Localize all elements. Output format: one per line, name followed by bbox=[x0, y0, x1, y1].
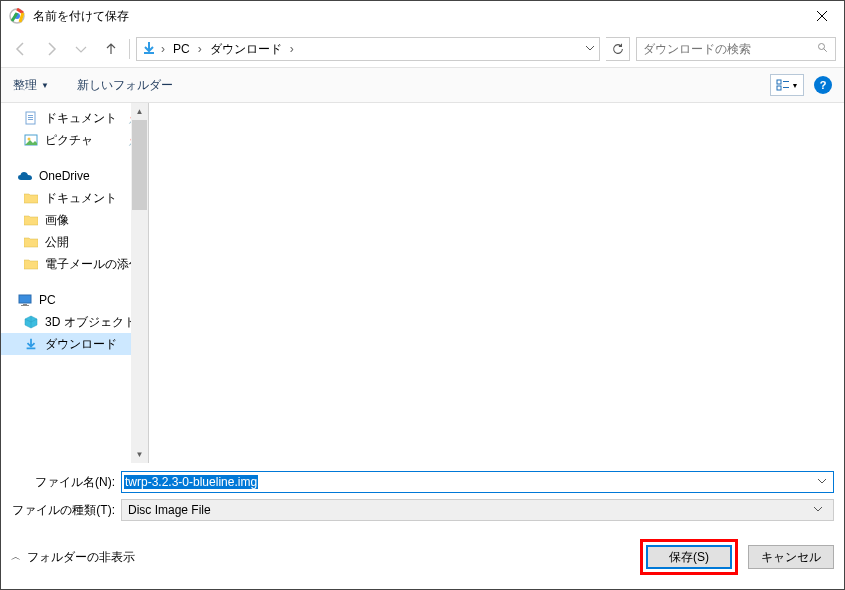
pc-icon bbox=[17, 292, 33, 308]
document-icon bbox=[23, 110, 39, 126]
back-button[interactable] bbox=[9, 37, 33, 61]
filename-dropdown[interactable] bbox=[813, 475, 831, 489]
crumb-pc[interactable]: PC bbox=[169, 42, 194, 56]
tree-label: ダウンロード bbox=[45, 336, 117, 353]
help-button[interactable]: ? bbox=[814, 76, 832, 94]
svg-point-3 bbox=[819, 43, 825, 49]
tree-label: ドキュメント bbox=[45, 190, 117, 207]
nav-bar: › PC › ダウンロード › bbox=[1, 31, 844, 67]
svg-rect-17 bbox=[27, 348, 36, 350]
search-icon bbox=[817, 42, 829, 57]
tree-label: ピクチャ bbox=[45, 132, 93, 149]
svg-rect-9 bbox=[28, 115, 33, 116]
new-folder-button[interactable]: 新しいフォルダー bbox=[77, 77, 173, 94]
tree-item-od-images[interactable]: 画像 bbox=[1, 209, 148, 231]
recent-button[interactable] bbox=[69, 37, 93, 61]
window-title: 名前を付けて保存 bbox=[33, 8, 799, 25]
svg-rect-2 bbox=[144, 52, 154, 54]
tree-label: OneDrive bbox=[39, 169, 90, 183]
body-area: ▲ ▼ ドキュメント 📌 ピクチャ 📌 OneDrive ドキュメント bbox=[1, 103, 844, 463]
filename-field[interactable]: twrp-3.2.3-0-blueline.img bbox=[121, 471, 834, 493]
cube-icon bbox=[23, 314, 39, 330]
tree-label: 電子メールの添付 bbox=[45, 256, 141, 273]
filetype-field[interactable]: Disc Image File bbox=[121, 499, 834, 521]
filename-value: twrp-3.2.3-0-blueline.img bbox=[124, 475, 258, 489]
chevron-up-icon: ︿ bbox=[11, 550, 21, 564]
toolbar: 整理▼ 新しいフォルダー ▼ ? bbox=[1, 67, 844, 103]
title-bar: 名前を付けて保存 bbox=[1, 1, 844, 31]
form-area: ファイル名(N): twrp-3.2.3-0-blueline.img ファイル… bbox=[1, 463, 844, 531]
filename-label: ファイル名(N): bbox=[11, 474, 121, 491]
folder-tree[interactable]: ▲ ▼ ドキュメント 📌 ピクチャ 📌 OneDrive ドキュメント bbox=[1, 103, 149, 463]
svg-rect-15 bbox=[23, 304, 27, 305]
footer-bar: ︿ フォルダーの非表示 保存(S) キャンセル bbox=[1, 531, 844, 589]
chevron-right-icon[interactable]: › bbox=[288, 42, 296, 56]
search-box[interactable] bbox=[636, 37, 836, 61]
scrollbar-thumb[interactable] bbox=[132, 120, 147, 210]
svg-rect-7 bbox=[783, 87, 789, 88]
filetype-label: ファイルの種類(T): bbox=[11, 502, 121, 519]
chevron-right-icon[interactable]: › bbox=[196, 42, 204, 56]
tree-item-pc[interactable]: PC bbox=[1, 289, 148, 311]
tree-item-onedrive[interactable]: OneDrive bbox=[1, 165, 148, 187]
hide-folders-button[interactable]: ︿ フォルダーの非表示 bbox=[11, 549, 135, 566]
chevron-right-icon[interactable]: › bbox=[159, 42, 167, 56]
crumb-downloads[interactable]: ダウンロード bbox=[206, 41, 286, 58]
save-as-dialog: 名前を付けて保存 › PC › ダウンロード › bbox=[0, 0, 845, 590]
tree-item-pc-downloads[interactable]: ダウンロード bbox=[1, 333, 148, 355]
downloads-icon bbox=[141, 40, 157, 59]
chrome-icon bbox=[9, 8, 25, 24]
scroll-down-icon[interactable]: ▼ bbox=[131, 446, 148, 463]
svg-rect-4 bbox=[777, 80, 781, 84]
svg-rect-14 bbox=[19, 295, 31, 303]
save-highlight: 保存(S) bbox=[640, 539, 738, 575]
sidebar-scrollbar[interactable]: ▲ ▼ bbox=[131, 103, 148, 463]
refresh-button[interactable] bbox=[606, 37, 630, 61]
tree-item-pc-3d[interactable]: 3D オブジェクト bbox=[1, 311, 148, 333]
tree-item-od-documents[interactable]: ドキュメント bbox=[1, 187, 148, 209]
folder-icon bbox=[23, 256, 39, 272]
hide-folders-label: フォルダーの非表示 bbox=[27, 549, 135, 566]
up-button[interactable] bbox=[99, 37, 123, 61]
address-dropdown[interactable] bbox=[585, 42, 595, 56]
tree-label: 3D オブジェクト bbox=[45, 314, 136, 331]
scroll-up-icon[interactable]: ▲ bbox=[131, 103, 148, 120]
pictures-icon bbox=[23, 132, 39, 148]
file-list[interactable] bbox=[149, 103, 844, 463]
view-mode-button[interactable]: ▼ bbox=[770, 74, 804, 96]
onedrive-icon bbox=[17, 168, 33, 184]
tree-label: ドキュメント bbox=[45, 110, 117, 127]
folder-icon bbox=[23, 190, 39, 206]
folder-icon bbox=[23, 234, 39, 250]
downloads-icon bbox=[23, 336, 39, 352]
close-button[interactable] bbox=[799, 1, 844, 31]
forward-button[interactable] bbox=[39, 37, 63, 61]
filetype-dropdown[interactable] bbox=[809, 503, 827, 517]
organize-button[interactable]: 整理▼ bbox=[13, 77, 49, 94]
cancel-button[interactable]: キャンセル bbox=[748, 545, 834, 569]
caret-down-icon: ▼ bbox=[41, 81, 49, 90]
tree-item-od-mail[interactable]: 電子メールの添付 bbox=[1, 253, 148, 275]
search-input[interactable] bbox=[643, 42, 817, 56]
tree-item-documents[interactable]: ドキュメント 📌 bbox=[1, 107, 148, 129]
folder-icon bbox=[23, 212, 39, 228]
tree-item-pictures[interactable]: ピクチャ 📌 bbox=[1, 129, 148, 151]
tree-item-od-public[interactable]: 公開 bbox=[1, 231, 148, 253]
tree-label: 画像 bbox=[45, 212, 69, 229]
svg-rect-5 bbox=[777, 86, 781, 90]
save-button[interactable]: 保存(S) bbox=[646, 545, 732, 569]
separator bbox=[129, 39, 130, 59]
svg-rect-6 bbox=[783, 81, 789, 82]
filetype-value: Disc Image File bbox=[128, 503, 211, 517]
svg-rect-10 bbox=[28, 117, 33, 118]
tree-label: PC bbox=[39, 293, 56, 307]
svg-rect-16 bbox=[21, 305, 29, 306]
svg-rect-11 bbox=[28, 119, 33, 120]
address-bar[interactable]: › PC › ダウンロード › bbox=[136, 37, 600, 61]
tree-label: 公開 bbox=[45, 234, 69, 251]
caret-down-icon: ▼ bbox=[792, 82, 799, 89]
